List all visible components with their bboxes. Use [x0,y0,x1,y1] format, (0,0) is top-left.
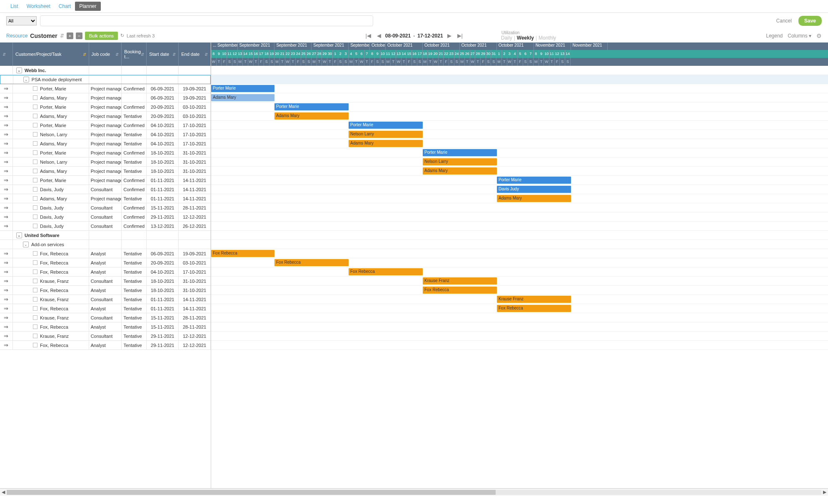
toggle-icon[interactable]: ⌄ [16,232,22,238]
row-name-cell[interactable]: Krause, Franz [13,277,89,285]
filter-select[interactable]: All [6,16,37,25]
row-arrow-cell[interactable]: ⇒ [0,212,13,221]
col-expand[interactable]: ⇵ [0,42,13,66]
row-arrow-cell[interactable]: ⇒ [0,112,13,120]
row-arrow-cell[interactable]: ⇒ [0,203,13,212]
timeline-row[interactable] [211,66,828,75]
gantt-bar[interactable]: Porter Marie [497,177,571,184]
row-arrow-icon[interactable]: ⇒ [4,342,8,348]
nav-last-icon[interactable]: ▶| [456,32,464,39]
columns-button[interactable]: Columns ▾ [788,33,811,39]
row-name-cell[interactable]: Davis, Judy [13,222,89,230]
row-name-cell[interactable]: Fox, Rebecca [13,304,89,313]
grid-row[interactable]: ⇒Porter, MarieProject managerConfirmed06… [0,84,211,93]
row-arrow-icon[interactable]: ⇒ [4,140,8,147]
row-checkbox[interactable] [33,215,37,219]
row-name-cell[interactable]: Porter, Marie [13,102,89,111]
scroll-right-icon[interactable]: ▶ [823,489,826,495]
timeline-row[interactable]: Adams Mary [211,167,828,176]
timeline-row[interactable] [211,231,828,240]
row-arrow-cell[interactable]: ⇒ [0,157,13,166]
row-checkbox[interactable] [33,306,37,311]
col-booking[interactable]: Booking t...⇵ [122,42,147,66]
timeline-row[interactable] [211,322,828,332]
gantt-bar[interactable]: Fox Rebecca [211,250,274,257]
row-arrow-cell[interactable]: ⇒ [0,222,13,230]
grid-row[interactable]: ⇒Davis, JudyConsultantConfirmed13-12-202… [0,222,211,231]
timeline-row[interactable]: Adams Mary [211,139,828,148]
remove-button[interactable]: − [76,32,82,39]
row-name-cell[interactable]: Fox, Rebecca [13,249,89,258]
grid-row[interactable]: ⇒Adams, MaryProject manager06-09-202119-… [0,93,211,102]
tab-chart[interactable]: Chart [55,2,75,11]
row-name-cell[interactable]: Fox, Rebecca [13,258,89,267]
row-checkbox[interactable] [33,269,37,274]
row-arrow-cell[interactable]: ⇒ [0,332,13,340]
grid-row[interactable]: ⇒Fox, RebeccaAnalystTentative18-10-20213… [0,286,211,295]
row-arrow-icon[interactable]: ⇒ [4,168,8,174]
timeline-row[interactable]: Fox Rebecca [211,286,828,295]
row-arrow-icon[interactable]: ⇒ [4,195,8,202]
row-checkbox[interactable] [33,114,37,118]
row-name-cell[interactable]: ⌄Webb Inc. [13,66,89,75]
row-checkbox[interactable] [33,334,37,338]
grid-row[interactable]: ⇒Adams, MaryProject managerTentative01-1… [0,194,211,203]
row-arrow-icon[interactable]: ⇒ [4,159,8,165]
tab-worksheet[interactable]: Worksheet [22,2,55,11]
col-name[interactable]: Customer/Project/Task⇵ [13,42,89,66]
view-monthly[interactable]: Monthly [538,35,557,41]
grid-row[interactable]: ⇒Porter, MarieProject managerConfirmed20… [0,102,211,112]
row-arrow-cell[interactable]: ⇒ [0,185,13,194]
row-name-cell[interactable]: Fox, Rebecca [13,267,89,276]
row-name-cell[interactable]: Adams, Mary [13,112,89,120]
row-checkbox[interactable] [33,324,37,329]
nav-next-icon[interactable]: ▶ [446,32,453,39]
grid-row[interactable]: ⇒Davis, JudyConsultantConfirmed29-11-202… [0,212,211,222]
row-checkbox[interactable] [33,315,37,320]
tab-planner[interactable]: Planner [75,2,100,11]
row-arrow-cell[interactable]: ⇒ [0,313,13,322]
row-checkbox[interactable] [33,178,37,182]
save-button[interactable]: Save [798,16,822,26]
timeline-row[interactable]: Nelson Larry [211,157,828,167]
add-button[interactable]: + [67,32,73,39]
row-checkbox[interactable] [33,288,37,292]
gantt-bar[interactable]: Fox Rebecca [497,305,571,312]
row-arrow-cell[interactable] [0,231,13,240]
gantt-bar[interactable]: Porter Marie [349,122,423,129]
row-checkbox[interactable] [33,343,37,347]
view-weekly[interactable]: Weekly [516,35,535,41]
toggle-icon[interactable]: ⌄ [23,242,29,247]
grid-row[interactable]: ⇒Fox, RebeccaAnalystTentative29-11-20211… [0,341,211,350]
row-arrow-cell[interactable]: ⇒ [0,258,13,267]
timeline-row[interactable]: Porter Marie [211,84,828,93]
row-checkbox[interactable] [33,150,37,155]
gantt-bar[interactable]: Porter Marie [211,85,274,92]
gear-icon[interactable]: ⚙ [816,32,822,39]
row-arrow-icon[interactable]: ⇒ [4,104,8,110]
row-arrow-cell[interactable]: ⇒ [0,102,13,111]
gantt-bar[interactable]: Fox Rebecca [274,259,349,266]
grid-row[interactable]: ⇒Fox, RebeccaAnalystTentative20-09-20210… [0,258,211,267]
row-arrow-icon[interactable]: ⇒ [4,278,8,284]
gantt-bar[interactable]: Krause Franz [423,277,497,284]
gantt-bar[interactable]: Porter Marie [274,103,349,110]
scroll-left-icon[interactable]: ◀ [2,489,5,495]
gantt-bar[interactable]: Adams Mary [349,140,423,147]
row-arrow-icon[interactable]: ⇒ [4,333,8,339]
row-name-cell[interactable]: Porter, Marie [13,148,89,157]
legend-button[interactable]: Legend [766,33,783,39]
row-name-cell[interactable]: Nelson, Larry [13,157,89,166]
row-name-cell[interactable]: Porter, Marie [13,176,89,185]
grid-row[interactable]: ⌄Add-on services [0,240,211,249]
grid-row[interactable]: ⇒Fox, RebeccaAnalystTentative04-10-20211… [0,267,211,277]
timeline-row[interactable] [211,240,828,249]
timeline-row[interactable]: Fox Rebecca [211,258,828,267]
row-name-cell[interactable]: Adams, Mary [13,139,89,148]
row-checkbox[interactable] [33,196,37,201]
gantt-bar[interactable]: Nelson Larry [349,131,423,138]
row-name-cell[interactable]: Nelson, Larry [13,130,89,139]
grid-row[interactable]: ⇒Porter, MarieProject managerConfirmed18… [0,148,211,157]
row-name-cell[interactable]: Fox, Rebecca [13,286,89,294]
tab-list[interactable]: List [6,2,22,11]
